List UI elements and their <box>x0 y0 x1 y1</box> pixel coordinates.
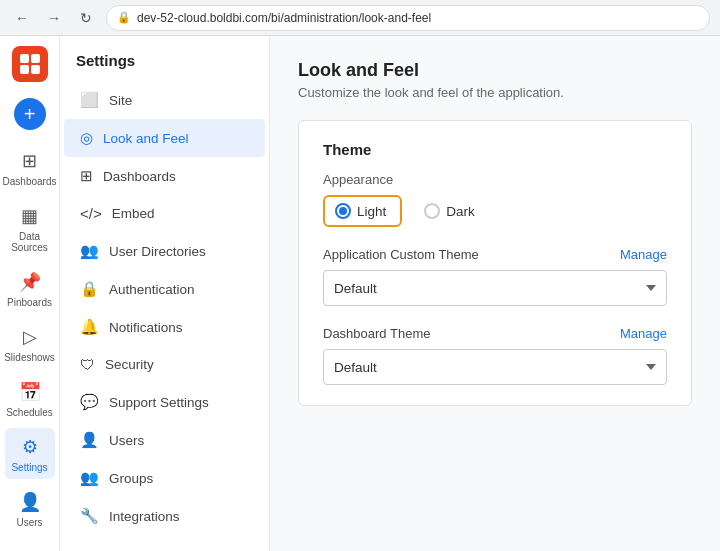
theme-option-dark[interactable]: Dark <box>414 195 489 227</box>
sidebar-item-authentication[interactable]: 🔒 Authentication <box>64 270 265 308</box>
look-and-feel-icon: ◎ <box>80 129 93 147</box>
sidebar-label-user-directories: User Directories <box>109 244 206 259</box>
rail-label-datasources: Data Sources <box>9 231 51 253</box>
dashboard-theme-row: Dashboard Theme Manage <box>323 326 667 341</box>
custom-theme-row: Application Custom Theme Manage <box>323 247 667 262</box>
sidebar-label-notifications: Notifications <box>109 320 183 335</box>
dashboard-theme-manage-link[interactable]: Manage <box>620 326 667 341</box>
theme-options: Light Dark <box>323 195 667 227</box>
schedules-icon: 📅 <box>19 381 41 403</box>
theme-section: Theme Appearance Light Dark Application … <box>298 120 692 406</box>
rail-label-schedules: Schedules <box>6 407 53 418</box>
dark-label: Dark <box>446 204 475 219</box>
sidebar-label-site: Site <box>109 93 132 108</box>
lock-icon: 🔒 <box>117 11 131 24</box>
theme-section-title: Theme <box>323 141 667 158</box>
rail-item-dashboards[interactable]: ⊞ Dashboards <box>5 142 55 193</box>
sidebar-label-look-and-feel: Look and Feel <box>103 131 189 146</box>
rail-label-users: Users <box>16 517 42 528</box>
sidebar-label-integrations: Integrations <box>109 509 180 524</box>
security-icon: 🛡 <box>80 356 95 373</box>
rail-item-settings[interactable]: ⚙ Settings <box>5 428 55 479</box>
rail-item-pinboards[interactable]: 📌 Pinboards <box>5 263 55 314</box>
rail-label-dashboards: Dashboards <box>3 176 57 187</box>
groups-icon: 👥 <box>80 469 99 487</box>
notifications-icon: 🔔 <box>80 318 99 336</box>
radio-light-inner <box>339 207 347 215</box>
embed-icon: </> <box>80 205 102 222</box>
icon-rail: + ⊞ Dashboards ▦ Data Sources 📌 Pinboard… <box>0 36 60 551</box>
radio-light[interactable] <box>335 203 351 219</box>
sidebar-item-users[interactable]: 👤 Users <box>64 421 265 459</box>
sidebar-label-security: Security <box>105 357 154 372</box>
sidebar-label-users: Users <box>109 433 144 448</box>
rail-item-users[interactable]: 👤 Users <box>5 483 55 534</box>
light-label: Light <box>357 204 386 219</box>
back-button[interactable]: ← <box>10 6 34 30</box>
sidebar-item-site[interactable]: ⬜ Site <box>64 81 265 119</box>
sidebar: Settings ⬜ Site ◎ Look and Feel ⊞ Dashbo… <box>60 36 270 551</box>
settings-icon: ⚙ <box>22 436 38 458</box>
sidebar-label-groups: Groups <box>109 471 153 486</box>
datasources-icon: ▦ <box>21 205 38 227</box>
dashboard-theme-dropdown[interactable]: Default <box>323 349 667 385</box>
rail-item-schedules[interactable]: 📅 Schedules <box>5 373 55 424</box>
app-container: + ⊞ Dashboards ▦ Data Sources 📌 Pinboard… <box>0 36 720 551</box>
url-text: dev-52-cloud.boldbi.com/bi/administratio… <box>137 11 431 25</box>
sidebar-item-groups[interactable]: 👥 Groups <box>64 459 265 497</box>
authentication-icon: 🔒 <box>80 280 99 298</box>
sidebar-item-security[interactable]: 🛡 Security <box>64 346 265 383</box>
sidebar-item-look-and-feel[interactable]: ◎ Look and Feel <box>64 119 265 157</box>
app-custom-theme-label: Application Custom Theme <box>323 247 479 262</box>
rail-label-slideshows: Slideshows <box>4 352 55 363</box>
sidebar-label-embed: Embed <box>112 206 155 221</box>
sidebar-label-dashboards: Dashboards <box>103 169 176 184</box>
sidebar-label-authentication: Authentication <box>109 282 195 297</box>
users-sidebar-icon: 👤 <box>80 431 99 449</box>
page-title: Look and Feel <box>298 60 692 81</box>
slideshows-icon: ▷ <box>23 326 37 348</box>
sidebar-item-notifications[interactable]: 🔔 Notifications <box>64 308 265 346</box>
dashboards-icon: ⊞ <box>22 150 37 172</box>
rail-label-pinboards: Pinboards <box>7 297 52 308</box>
dashboards-sidebar-icon: ⊞ <box>80 167 93 185</box>
sidebar-title: Settings <box>60 52 269 81</box>
app-custom-theme-dropdown[interactable]: Default <box>323 270 667 306</box>
sidebar-item-user-directories[interactable]: 👥 User Directories <box>64 232 265 270</box>
pinboards-icon: 📌 <box>19 271 41 293</box>
page-subtitle: Customize the look and feel of the appli… <box>298 85 692 100</box>
user-directories-icon: 👥 <box>80 242 99 260</box>
rail-item-datasources[interactable]: ▦ Data Sources <box>5 197 55 259</box>
sidebar-item-embed[interactable]: </> Embed <box>64 195 265 232</box>
sidebar-label-support-settings: Support Settings <box>109 395 209 410</box>
dashboard-theme-label: Dashboard Theme <box>323 326 430 341</box>
support-settings-icon: 💬 <box>80 393 99 411</box>
radio-dark[interactable] <box>424 203 440 219</box>
theme-option-light[interactable]: Light <box>323 195 402 227</box>
rail-label-settings: Settings <box>11 462 47 473</box>
forward-button[interactable]: → <box>42 6 66 30</box>
sidebar-item-integrations[interactable]: 🔧 Integrations <box>64 497 265 535</box>
integrations-icon: 🔧 <box>80 507 99 525</box>
add-button[interactable]: + <box>14 98 46 130</box>
main-content: Look and Feel Customize the look and fee… <box>270 36 720 551</box>
sidebar-item-dashboards[interactable]: ⊞ Dashboards <box>64 157 265 195</box>
refresh-button[interactable]: ↻ <box>74 6 98 30</box>
site-icon: ⬜ <box>80 91 99 109</box>
app-custom-theme-manage-link[interactable]: Manage <box>620 247 667 262</box>
browser-bar: ← → ↻ 🔒 dev-52-cloud.boldbi.com/bi/admin… <box>0 0 720 36</box>
sidebar-item-support-settings[interactable]: 💬 Support Settings <box>64 383 265 421</box>
page-header: Look and Feel Customize the look and fee… <box>298 60 692 100</box>
users-icon: 👤 <box>19 491 41 513</box>
address-bar[interactable]: 🔒 dev-52-cloud.boldbi.com/bi/administrat… <box>106 5 710 31</box>
app-logo[interactable] <box>12 46 48 82</box>
rail-item-slideshows[interactable]: ▷ Slideshows <box>5 318 55 369</box>
appearance-label: Appearance <box>323 172 667 187</box>
